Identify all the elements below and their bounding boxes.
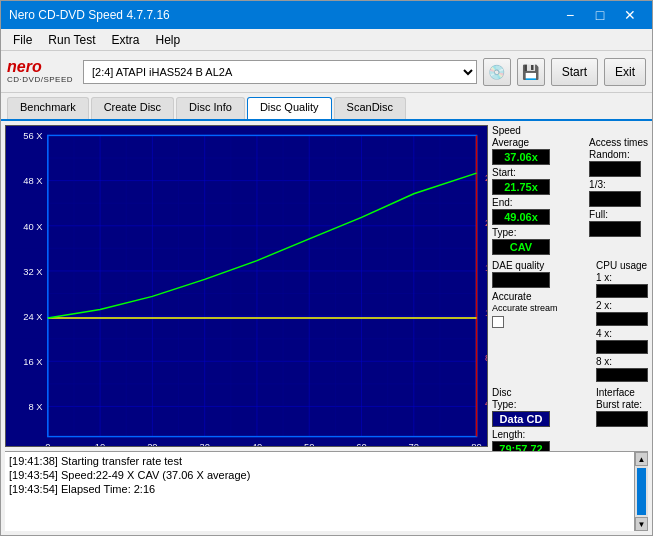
interface-col: Interface Burst rate: [596,387,648,427]
svg-text:12: 12 [485,309,487,318]
svg-text:16: 16 [485,263,487,272]
type-value: CAV [492,239,550,255]
svg-text:10: 10 [95,442,105,446]
end-label: End: [492,197,550,208]
menu-extra[interactable]: Extra [103,29,147,50]
cpu-x4-label: 4 x: [596,328,648,339]
tab-benchmark[interactable]: Benchmark [7,97,89,119]
accurate-stream-label: Accurate stream [492,303,558,313]
svg-text:0: 0 [45,442,50,446]
svg-text:24: 24 [485,173,487,182]
start-button[interactable]: Start [551,58,598,86]
disc-type-sublabel: Type: [492,399,550,410]
chart-svg: 56 X 48 X 40 X 32 X 24 X 16 X 8 X 24 20 … [6,126,487,446]
dae-cpu-row: DAE quality Accurate Accurate stream CPU… [492,260,648,382]
access-title: Access times [589,137,648,148]
svg-text:20: 20 [147,442,157,446]
close-button[interactable]: ✕ [616,5,644,25]
svg-text:40: 40 [252,442,262,446]
dae-col: DAE quality Accurate Accurate stream [492,260,558,328]
svg-text:16 X: 16 X [23,357,42,366]
cpu-x1-label: 1 x: [596,272,648,283]
disc-type-label: Disc [492,387,550,398]
right-panel: Speed Average 37.06x Start: 21.75x End: … [492,121,652,451]
tab-scan-disc[interactable]: ScanDisc [334,97,406,119]
disc-type-value: Data CD [492,411,550,427]
svg-text:56 X: 56 X [23,132,42,141]
nero-logo-text: nero [7,59,42,75]
tab-disc-info[interactable]: Disc Info [176,97,245,119]
cpu-x8-label: 8 x: [596,356,648,367]
svg-text:30: 30 [199,442,209,446]
nero-logo: nero CD·DVD/SPEED [7,59,73,84]
interface-title: Interface [596,387,648,398]
nero-logo-sub: CD·DVD/SPEED [7,75,73,84]
random-value [589,161,641,177]
onethird-value [589,191,641,207]
log-content: [19:41:38] Starting transfer rate test [… [7,454,646,496]
log-scroll-down[interactable]: ▼ [635,517,648,531]
drive-selector[interactable]: [2:4] ATAPI iHAS524 B AL2A [83,60,477,84]
chart-and-panel: 56 X 48 X 40 X 32 X 24 X 16 X 8 X 24 20 … [1,121,652,451]
log-scroll-up[interactable]: ▲ [635,452,648,466]
speed-row: Average 37.06x Start: 21.75x End: 49.06x… [492,137,648,255]
cpu-title: CPU usage [596,260,648,271]
log-area: [19:41:38] Starting transfer rate test [… [5,451,648,531]
log-line-1: [19:41:38] Starting transfer rate test [7,454,630,468]
menu-help[interactable]: Help [148,29,189,50]
disc-length-label: Length: [492,429,550,440]
accurate-stream-checkbox[interactable] [492,316,504,328]
svg-text:48 X: 48 X [23,177,42,186]
tab-bar: Benchmark Create Disc Disc Info Disc Qua… [1,93,652,121]
disc-length-value: 79:57.72 [492,441,550,451]
cpu-x8-value [596,368,648,382]
title-bar: Nero CD-DVD Speed 4.7.7.16 − □ ✕ [1,1,652,29]
menu-run-test[interactable]: Run Test [40,29,103,50]
svg-text:24 X: 24 X [23,312,42,321]
end-value: 49.06x [492,209,550,225]
svg-text:50: 50 [304,442,314,446]
svg-text:20: 20 [485,218,487,227]
svg-text:8 X: 8 X [28,403,42,412]
svg-text:80: 80 [471,442,481,446]
svg-text:70: 70 [409,442,419,446]
exit-button[interactable]: Exit [604,58,646,86]
dae-title: DAE quality [492,260,558,271]
full-value [589,221,641,237]
tab-disc-quality[interactable]: Disc Quality [247,97,332,119]
tab-create-disc[interactable]: Create Disc [91,97,174,119]
burst-label: Burst rate: [596,399,648,410]
minimize-button[interactable]: − [556,5,584,25]
disc-interface-row: Disc Type: Data CD Length: 79:57.72 Inte… [492,387,648,451]
average-value: 37.06x [492,149,550,165]
log-line-3: [19:43:54] Elapsed Time: 2:16 [7,482,630,496]
window-title: Nero CD-DVD Speed 4.7.7.16 [9,8,170,22]
svg-text:4: 4 [485,399,487,408]
cpu-x2-value [596,312,648,326]
start-value: 21.75x [492,179,550,195]
menu-file[interactable]: File [5,29,40,50]
app-window: Nero CD-DVD Speed 4.7.7.16 − □ ✕ File Ru… [0,0,653,536]
save-icon-button[interactable]: 💾 [517,58,545,86]
svg-text:32 X: 32 X [23,267,42,276]
log-line-2: [19:43:54] Speed:22-49 X CAV (37.06 X av… [7,468,630,482]
content-wrapper: Benchmark Create Disc Disc Info Disc Qua… [1,93,652,535]
title-controls: − □ ✕ [556,5,644,25]
accurate-stream-row [492,316,558,328]
burst-value [596,411,648,427]
accurate-label: Accurate [492,291,558,302]
log-scroll-thumb[interactable] [637,468,646,515]
svg-text:60: 60 [356,442,366,446]
drive-icon-button[interactable]: 💿 [483,58,511,86]
svg-text:40 X: 40 X [23,222,42,231]
menu-bar: File Run Test Extra Help [1,29,652,51]
log-scrollbar[interactable]: ▲ ▼ [634,452,648,531]
maximize-button[interactable]: □ [586,5,614,25]
svg-text:8: 8 [485,354,487,363]
full-label: Full: [589,209,648,220]
dae-value [492,272,550,288]
random-label: Random: [589,149,648,160]
speed-title: Speed [492,125,648,136]
access-col: Access times Random: 1/3: Full: [589,137,648,239]
disc-col: Disc Type: Data CD Length: 79:57.72 [492,387,550,451]
